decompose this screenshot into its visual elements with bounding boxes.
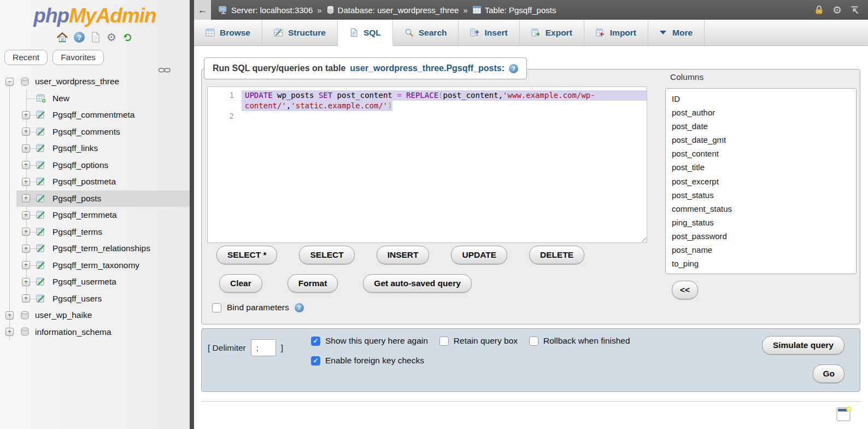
collapse-top-icon[interactable] — [850, 5, 859, 15]
phpmyadmin-logo[interactable]: phpMyAdmin — [0, 4, 190, 27]
tree-table-item[interactable]: + Pgsqff_term_relationships — [0, 240, 190, 257]
expand-icon[interactable]: + — [22, 261, 30, 269]
expand-icon[interactable]: + — [5, 328, 14, 336]
expand-icon[interactable]: + — [22, 127, 30, 136]
bind-parameters-label: Bind parameters — [227, 303, 289, 312]
tree-table-item[interactable]: + Pgsqff_comments — [0, 124, 190, 141]
expand-icon[interactable]: + — [22, 294, 30, 303]
breadcrumb-server[interactable]: Server: localhost:3306 — [219, 5, 313, 15]
expand-icon[interactable]: + — [22, 245, 30, 253]
column-option[interactable]: post_password — [672, 229, 856, 243]
format-button[interactable]: Format — [288, 274, 338, 293]
rollback-checkbox[interactable] — [529, 337, 538, 346]
select-star-button[interactable]: SELECT * — [216, 246, 277, 264]
column-option[interactable]: post_excerpt — [672, 175, 856, 188]
column-option[interactable]: post_content — [672, 147, 856, 160]
recent-button[interactable]: Recent — [4, 50, 48, 65]
delimiter-group: [ Delimiter ] — [208, 339, 283, 356]
go-button[interactable]: Go — [813, 364, 844, 383]
refresh-icon[interactable] — [122, 32, 133, 43]
get-auto-saved-query-button[interactable]: Get auto-saved query — [363, 274, 472, 293]
foreign-key-checkbox[interactable]: ✓ — [311, 356, 320, 366]
bind-parameters-help-icon[interactable]: ? — [295, 303, 304, 312]
delete-button[interactable]: DELETE — [529, 246, 584, 264]
settings-icon[interactable]: ⚙ — [107, 32, 116, 43]
line-number: 1 — [208, 90, 242, 101]
tree-new-table[interactable]: New — [0, 90, 190, 107]
select-button[interactable]: SELECT — [299, 246, 354, 264]
column-option[interactable]: post_status — [672, 188, 856, 202]
expand-icon[interactable]: + — [22, 194, 30, 202]
help-icon[interactable]: ? — [74, 32, 85, 43]
tab-insert[interactable]: Insert — [459, 20, 519, 45]
show-query-again-option[interactable]: ✓ Show this query here again — [311, 336, 428, 346]
favorites-button[interactable]: Favorites — [52, 50, 104, 65]
tab-search[interactable]: Search — [393, 20, 459, 45]
column-option[interactable]: post_name — [672, 243, 856, 257]
tree-table-item[interactable]: + Pgsqff_links — [0, 140, 190, 157]
tree-table-item[interactable]: + Pgsqff_options — [0, 157, 190, 174]
column-option[interactable]: ping_status — [672, 216, 856, 229]
expand-icon[interactable]: + — [5, 311, 14, 320]
back-button[interactable]: ← — [194, 0, 211, 20]
sql-help-icon[interactable]: ? — [509, 64, 518, 73]
tree-table-item[interactable]: + Pgsqff_terms — [0, 224, 190, 241]
open-new-window-icon[interactable] — [836, 405, 852, 424]
expand-icon[interactable]: + — [22, 111, 30, 119]
sidebar-resize-handle[interactable] — [190, 0, 194, 429]
tree-database-user_wordpress_three[interactable]: − user_wordpress_three — [0, 73, 190, 90]
update-button[interactable]: UPDATE — [451, 246, 507, 264]
breadcrumb-database[interactable]: Database: user_wordpress_three — [326, 5, 459, 15]
retain-query-box-checkbox[interactable] — [439, 337, 449, 346]
editor-resize-grip[interactable] — [640, 235, 646, 242]
column-option[interactable]: to_ping — [672, 257, 856, 270]
expand-icon[interactable]: + — [22, 178, 30, 186]
tree-table-item[interactable]: + Pgsqff_termmeta — [0, 207, 190, 224]
tab-import[interactable]: Import — [584, 20, 648, 45]
tree-table-item[interactable]: + Pgsqff_users — [0, 291, 190, 308]
breadcrumb-separator: » — [463, 5, 467, 15]
expand-icon[interactable]: + — [22, 211, 30, 219]
tab-more[interactable]: More — [648, 20, 705, 45]
sql-editor[interactable]: 1 UPDATE wp_posts SET post_content = REP… — [207, 86, 647, 243]
retain-query-box-option[interactable]: Retain query box — [439, 336, 518, 346]
tree-table-item[interactable]: + Pgsqff_term_taxonomy — [0, 257, 190, 274]
rollback-when-finished-option[interactable]: Rollback when finished — [529, 336, 630, 346]
show-query-again-checkbox[interactable]: ✓ — [311, 337, 320, 346]
enable-foreign-key-checks-option[interactable]: ✓ Enable foreign key checks — [311, 356, 424, 366]
column-option[interactable]: ID — [672, 92, 856, 106]
collapse-expander-icon[interactable]: − — [5, 78, 14, 86]
tab-export[interactable]: Export — [520, 20, 584, 45]
docs-icon[interactable] — [90, 31, 101, 43]
tree-table-item[interactable]: + Pgsqff_postmeta — [0, 173, 190, 190]
column-option[interactable]: post_date — [672, 119, 856, 133]
expand-icon[interactable]: + — [22, 144, 30, 153]
bind-parameters-checkbox[interactable] — [212, 303, 221, 312]
expand-icon[interactable]: + — [22, 161, 30, 169]
tab-sql[interactable]: SQL — [338, 20, 393, 46]
tab-structure[interactable]: Structure — [262, 20, 338, 45]
insert-button[interactable]: INSERT — [377, 246, 430, 264]
tree-table-item[interactable]: + Pgsqff_commentmeta — [0, 107, 190, 124]
columns-listbox[interactable]: ID post_author post_date post_date_gmt p… — [665, 88, 857, 274]
tab-browse[interactable]: Browse — [194, 20, 262, 45]
breadcrumb-table[interactable]: Table: Pgsqff_posts — [472, 5, 556, 15]
tree-table-item-selected[interactable]: + Pgsqff_posts — [0, 190, 190, 207]
column-option[interactable]: post_author — [672, 106, 856, 119]
column-option[interactable]: comment_status — [672, 202, 856, 216]
tree-database-user_wp_haike[interactable]: + user_wp_haike — [0, 307, 190, 324]
page-settings-gear-icon[interactable]: ⚙ — [832, 5, 842, 15]
column-option[interactable]: post_title — [672, 160, 856, 174]
collapse-columns-button[interactable]: << — [672, 281, 698, 299]
ssl-lock-icon[interactable] — [814, 5, 824, 15]
tree-database-information_schema[interactable]: + information_schema — [0, 324, 190, 341]
expand-icon[interactable]: + — [22, 228, 30, 236]
expand-icon[interactable]: + — [22, 278, 30, 286]
home-icon[interactable] — [56, 31, 68, 43]
clear-button[interactable]: Clear — [219, 274, 262, 293]
legend-table-link[interactable]: user_wordpress_three.Pgsqff_posts — [350, 63, 501, 73]
tree-table-item[interactable]: + Pgsqff_usermeta — [0, 274, 190, 291]
column-option[interactable]: post_date_gmt — [672, 133, 856, 147]
simulate-query-button[interactable]: Simulate query — [762, 336, 844, 355]
delimiter-input[interactable] — [251, 339, 276, 356]
